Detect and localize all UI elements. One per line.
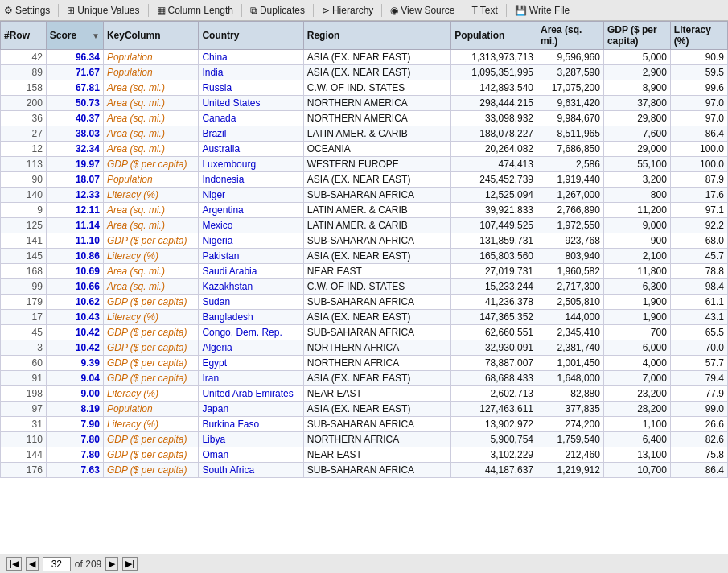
- table-row[interactable]: 1232.34Area (sq. mi.)AustraliaOCEANIA20,…: [1, 142, 728, 157]
- page-input[interactable]: 32: [43, 557, 71, 571]
- table-cell-: ASIA (EX. NEAR EAST): [303, 249, 451, 264]
- table-cell-td-num: 87.9: [670, 172, 727, 188]
- table-row[interactable]: 919.04GDP ($ per capita)IranASIA (EX. NE…: [1, 371, 728, 386]
- table-cell-td-row: 3: [1, 340, 47, 356]
- table-row[interactable]: 1107.80GDP ($ per capita)LibyaNORTHERN A…: [1, 432, 728, 447]
- table-cell-td-num: 82,880: [537, 386, 603, 402]
- table-cell-td-num: 43.1: [670, 310, 727, 325]
- table-cell-td-row: 99: [1, 279, 47, 295]
- table-row[interactable]: 1989.00Literacy (%)United Arab EmiratesN…: [1, 386, 728, 402]
- table-row[interactable]: 2738.03Area (sq. mi.)BrazilLATIN AMER. &…: [1, 126, 728, 142]
- table-cell-score-col: 8.19: [46, 402, 103, 417]
- col-header-row[interactable]: #Row: [1, 22, 47, 50]
- table-row[interactable]: 310.42GDP ($ per capita)AlgeriaNORTHERN …: [1, 340, 728, 356]
- table-row[interactable]: 1447.80GDP ($ per capita)OmanNEAR EAST3,…: [1, 447, 728, 463]
- table-row[interactable]: 4510.42GDP ($ per capita)Congo, Dem. Rep…: [1, 325, 728, 340]
- table-row[interactable]: 15867.81Area (sq. mi.)RussiaC.W. OF IND.…: [1, 80, 728, 96]
- table-row[interactable]: 11319.97GDP ($ per capita)LuxembourgWEST…: [1, 157, 728, 172]
- table-cell-td-num: 9,984,670: [537, 111, 603, 126]
- unique-values-button[interactable]: ⊞ Unique Values: [67, 5, 139, 16]
- table-cell-score-col: 38.03: [46, 126, 103, 142]
- table-row[interactable]: 912.11Area (sq. mi.)ArgentinaLATIN AMER.…: [1, 203, 728, 218]
- table-cell-td-num: 245,452,739: [451, 172, 537, 188]
- table-cell-td-num: 78,887,007: [451, 356, 537, 371]
- duplicates-button[interactable]: ⧉ Duplicates: [250, 5, 305, 16]
- table-cell-td-num: 165,803,560: [451, 249, 537, 264]
- table-row[interactable]: 1767.63GDP ($ per capita)South AfricaSUB…: [1, 463, 728, 478]
- table-cell-td-num: 3,287,590: [537, 65, 603, 80]
- write-file-button[interactable]: 💾 Write File: [515, 5, 570, 16]
- table-cell-td-num: 298,444,215: [451, 96, 537, 111]
- hierarchy-button[interactable]: ⊳ Hierarchy: [322, 5, 373, 16]
- table-row[interactable]: 12511.14Area (sq. mi.)MexicoLATIN AMER. …: [1, 218, 728, 233]
- table-row[interactable]: 4296.34PopulationChinaASIA (EX. NEAR EAS…: [1, 50, 728, 65]
- col-header-country[interactable]: Country: [199, 22, 303, 50]
- table-cell-td-num: 1,267,000: [537, 188, 603, 203]
- table-row[interactable]: 978.19PopulationJapanASIA (EX. NEAR EAST…: [1, 402, 728, 417]
- settings-button[interactable]: ⚙ Settings: [4, 5, 50, 16]
- table-cell-td-row: 176: [1, 463, 47, 478]
- col-header-gdp[interactable]: GDP ($ per capita): [603, 22, 670, 50]
- table-row[interactable]: 17910.62GDP ($ per capita)SudanSUB-SAHAR…: [1, 295, 728, 310]
- table-row[interactable]: 9910.66Area (sq. mi.)KazakhstanC.W. OF I…: [1, 279, 728, 295]
- table-cell-score-col: 40.37: [46, 111, 103, 126]
- table-cell-country-col: Iran: [199, 371, 303, 386]
- table-cell-td-num: 13,902,972: [451, 417, 537, 432]
- sep5: [381, 4, 382, 17]
- table-cell-keycolumn-col: GDP ($ per capita): [103, 447, 198, 463]
- table-cell-td-row: 158: [1, 80, 47, 96]
- table-cell-keycolumn-col: Literacy (%): [103, 386, 198, 402]
- table-row[interactable]: 1710.43Literacy (%)BangladeshASIA (EX. N…: [1, 310, 728, 325]
- table-row[interactable]: 14510.86Literacy (%)PakistanASIA (EX. NE…: [1, 249, 728, 264]
- table-cell-td-num: 20,264,082: [451, 142, 537, 157]
- col-header-literacy[interactable]: Literacy (%): [670, 22, 727, 50]
- table-cell-td-num: 68,688,433: [451, 371, 537, 386]
- table-row[interactable]: 317.90Literacy (%)Burkina FasoSUB-SAHARA…: [1, 417, 728, 432]
- table-cell-td-num: 9,631,420: [537, 96, 603, 111]
- table-row[interactable]: 20050.73Area (sq. mi.)United StatesNORTH…: [1, 96, 728, 111]
- last-page-button[interactable]: ▶|: [122, 557, 138, 571]
- table-cell-td-num: 1,900: [603, 310, 670, 325]
- table-row[interactable]: 14012.33Literacy (%)NigerSUB-SAHARAN AFR…: [1, 188, 728, 203]
- table-cell-td-num: 147,365,352: [451, 310, 537, 325]
- sort-arrow-score: ▼: [92, 31, 100, 40]
- table-cell-country-col: Luxembourg: [199, 157, 303, 172]
- table-cell-td-num: 29,000: [603, 142, 670, 157]
- table-cell-td-row: 179: [1, 295, 47, 310]
- prev-page-button[interactable]: ◀: [26, 557, 39, 571]
- col-header-region[interactable]: Region: [303, 22, 451, 50]
- table-row[interactable]: 16810.69Area (sq. mi.)Saudi ArabiaNEAR E…: [1, 264, 728, 279]
- table-row[interactable]: 9018.07PopulationIndonesiaASIA (EX. NEAR…: [1, 172, 728, 188]
- table-cell-country-col: Brazil: [199, 126, 303, 142]
- table-cell-: WESTERN EUROPE: [303, 157, 451, 172]
- table-cell-td-num: 7,600: [603, 126, 670, 142]
- table-cell-td-num: 99.0: [670, 402, 727, 417]
- table-cell-country-col: Argentina: [199, 203, 303, 218]
- table-row[interactable]: 8971.67PopulationIndiaASIA (EX. NEAR EAS…: [1, 65, 728, 80]
- col-header-score[interactable]: Score ▼: [46, 22, 103, 50]
- table-row[interactable]: 3640.37Area (sq. mi.)CanadaNORTHERN AMER…: [1, 111, 728, 126]
- table-cell-td-num: 2,717,300: [537, 279, 603, 295]
- col-header-keycolumn[interactable]: KeyColumn: [103, 22, 198, 50]
- text-button[interactable]: T Text: [471, 5, 497, 16]
- table-cell-keycolumn-col: Area (sq. mi.): [103, 111, 198, 126]
- column-length-button[interactable]: ▦ Column Length: [157, 5, 233, 16]
- table-cell-score-col: 10.42: [46, 325, 103, 340]
- table-cell-td-row: 200: [1, 96, 47, 111]
- first-page-button[interactable]: |◀: [6, 557, 22, 571]
- col-header-population[interactable]: Population: [451, 22, 537, 50]
- next-page-button[interactable]: ▶: [105, 557, 118, 571]
- view-source-button[interactable]: ◉ View Source: [390, 5, 454, 16]
- table-cell-td-num: 5,900,754: [451, 432, 537, 447]
- table-row[interactable]: 14111.10GDP ($ per capita)NigeriaSUB-SAH…: [1, 233, 728, 249]
- toolbar: ⚙ Settings ⊞ Unique Values ▦ Column Leng…: [0, 0, 728, 21]
- footer: |◀ ◀ 32 of 209 ▶ ▶|: [0, 554, 728, 573]
- table-cell-td-num: 11,200: [603, 203, 670, 218]
- table-row[interactable]: 609.39GDP ($ per capita)EgyptNORTHERN AF…: [1, 356, 728, 371]
- col-header-area[interactable]: Area (sq. mi.): [537, 22, 603, 50]
- table-cell-: SUB-SAHARAN AFRICA: [303, 295, 451, 310]
- table-cell-country-col: Kazakhstan: [199, 279, 303, 295]
- table-cell-td-num: 97.1: [670, 203, 727, 218]
- table-cell-keycolumn-col: Area (sq. mi.): [103, 142, 198, 157]
- table-cell-keycolumn-col: Population: [103, 50, 198, 65]
